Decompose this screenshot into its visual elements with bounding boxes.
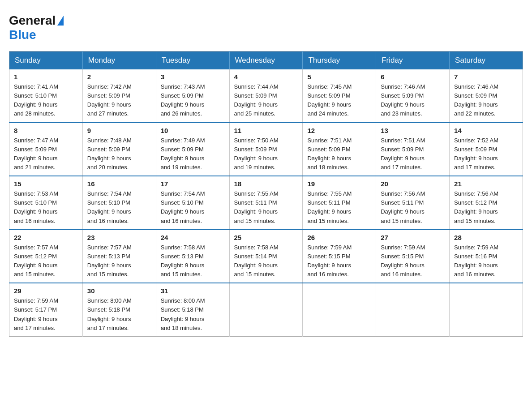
calendar-day-cell: [376, 283, 450, 336]
calendar-day-cell: [450, 283, 523, 336]
day-info: Sunrise: 7:56 AM Sunset: 5:12 PM Dayligh…: [454, 189, 518, 226]
day-number: 9: [87, 127, 151, 134]
calendar-week-row: 22 Sunrise: 7:57 AM Sunset: 5:12 PM Dayl…: [9, 230, 523, 283]
day-number: 22: [14, 234, 78, 241]
day-info: Sunrise: 7:59 AM Sunset: 5:16 PM Dayligh…: [454, 243, 518, 279]
day-number: 24: [161, 234, 225, 241]
day-info: Sunrise: 7:59 AM Sunset: 5:15 PM Dayligh…: [307, 243, 371, 279]
calendar-day-cell: 10 Sunrise: 7:49 AM Sunset: 5:09 PM Dayl…: [156, 123, 229, 176]
header: General Blue: [9, 9, 523, 42]
calendar-day-cell: 7 Sunrise: 7:46 AM Sunset: 5:09 PM Dayli…: [450, 69, 523, 123]
day-info: Sunrise: 7:58 AM Sunset: 5:13 PM Dayligh…: [161, 243, 225, 279]
day-number: 25: [234, 234, 298, 241]
day-number: 12: [307, 127, 371, 134]
day-info: Sunrise: 8:00 AM Sunset: 5:18 PM Dayligh…: [161, 296, 225, 333]
calendar-day-cell: 4 Sunrise: 7:44 AM Sunset: 5:09 PM Dayli…: [229, 69, 303, 123]
day-info: Sunrise: 7:55 AM Sunset: 5:11 PM Dayligh…: [234, 189, 298, 226]
day-info: Sunrise: 7:53 AM Sunset: 5:10 PM Dayligh…: [14, 189, 78, 226]
day-number: 23: [87, 234, 151, 241]
logo: General Blue: [9, 9, 64, 42]
weekday-header-monday: Monday: [82, 51, 156, 70]
calendar-day-cell: 23 Sunrise: 7:57 AM Sunset: 5:13 PM Dayl…: [82, 230, 156, 283]
day-info: Sunrise: 7:49 AM Sunset: 5:09 PM Dayligh…: [161, 136, 225, 172]
calendar-day-cell: 12 Sunrise: 7:51 AM Sunset: 5:09 PM Dayl…: [303, 123, 376, 176]
weekday-header-saturday: Saturday: [450, 51, 523, 70]
calendar-day-cell: 5 Sunrise: 7:45 AM Sunset: 5:09 PM Dayli…: [303, 69, 376, 123]
calendar-day-cell: 15 Sunrise: 7:53 AM Sunset: 5:10 PM Dayl…: [9, 176, 83, 230]
day-number: 10: [161, 127, 225, 134]
day-info: Sunrise: 7:46 AM Sunset: 5:09 PM Dayligh…: [381, 82, 445, 119]
calendar-day-cell: 20 Sunrise: 7:56 AM Sunset: 5:11 PM Dayl…: [376, 176, 450, 230]
calendar-day-cell: [303, 283, 376, 336]
logo-general-text: General: [9, 13, 56, 28]
calendar-day-cell: 14 Sunrise: 7:52 AM Sunset: 5:09 PM Dayl…: [450, 123, 523, 176]
calendar-day-cell: 22 Sunrise: 7:57 AM Sunset: 5:12 PM Dayl…: [9, 230, 83, 283]
calendar-day-cell: 24 Sunrise: 7:58 AM Sunset: 5:13 PM Dayl…: [156, 230, 229, 283]
day-info: Sunrise: 7:44 AM Sunset: 5:09 PM Dayligh…: [234, 82, 298, 119]
calendar-day-cell: 27 Sunrise: 7:59 AM Sunset: 5:15 PM Dayl…: [376, 230, 450, 283]
weekday-header-friday: Friday: [376, 51, 450, 70]
day-number: 6: [381, 73, 445, 81]
calendar-day-cell: 30 Sunrise: 8:00 AM Sunset: 5:18 PM Dayl…: [82, 283, 156, 336]
calendar-day-cell: 28 Sunrise: 7:59 AM Sunset: 5:16 PM Dayl…: [450, 230, 523, 283]
day-number: 5: [307, 73, 371, 81]
day-number: 11: [234, 127, 298, 134]
calendar-day-cell: 8 Sunrise: 7:47 AM Sunset: 5:09 PM Dayli…: [9, 123, 83, 176]
logo-triangle-icon: [57, 16, 64, 26]
calendar-day-cell: 16 Sunrise: 7:54 AM Sunset: 5:10 PM Dayl…: [82, 176, 156, 230]
day-info: Sunrise: 7:57 AM Sunset: 5:12 PM Dayligh…: [14, 243, 78, 279]
calendar-day-cell: 6 Sunrise: 7:46 AM Sunset: 5:09 PM Dayli…: [376, 69, 450, 123]
calendar-day-cell: 3 Sunrise: 7:43 AM Sunset: 5:09 PM Dayli…: [156, 69, 229, 123]
day-number: 21: [454, 180, 518, 188]
day-info: Sunrise: 7:56 AM Sunset: 5:11 PM Dayligh…: [381, 189, 445, 226]
day-number: 7: [454, 73, 518, 81]
day-info: Sunrise: 7:47 AM Sunset: 5:09 PM Dayligh…: [14, 136, 78, 172]
day-number: 26: [307, 234, 371, 241]
day-info: Sunrise: 7:57 AM Sunset: 5:13 PM Dayligh…: [87, 243, 151, 279]
day-info: Sunrise: 7:54 AM Sunset: 5:10 PM Dayligh…: [87, 189, 151, 226]
calendar-day-cell: 19 Sunrise: 7:55 AM Sunset: 5:11 PM Dayl…: [303, 176, 376, 230]
calendar-table: SundayMondayTuesdayWednesdayThursdayFrid…: [9, 51, 523, 337]
calendar-week-row: 1 Sunrise: 7:41 AM Sunset: 5:10 PM Dayli…: [9, 69, 523, 123]
day-info: Sunrise: 7:51 AM Sunset: 5:09 PM Dayligh…: [381, 136, 445, 172]
day-number: 29: [14, 287, 78, 295]
day-info: Sunrise: 7:59 AM Sunset: 5:17 PM Dayligh…: [14, 296, 78, 333]
calendar-day-cell: 25 Sunrise: 7:58 AM Sunset: 5:14 PM Dayl…: [229, 230, 303, 283]
day-info: Sunrise: 7:52 AM Sunset: 5:09 PM Dayligh…: [454, 136, 518, 172]
day-info: Sunrise: 7:59 AM Sunset: 5:15 PM Dayligh…: [381, 243, 445, 279]
calendar-day-cell: 29 Sunrise: 7:59 AM Sunset: 5:17 PM Dayl…: [9, 283, 83, 336]
day-number: 3: [161, 73, 225, 81]
calendar-day-cell: 9 Sunrise: 7:48 AM Sunset: 5:09 PM Dayli…: [82, 123, 156, 176]
calendar-week-row: 15 Sunrise: 7:53 AM Sunset: 5:10 PM Dayl…: [9, 176, 523, 230]
day-number: 8: [14, 127, 78, 134]
logo-general: General: [9, 13, 64, 28]
day-info: Sunrise: 7:48 AM Sunset: 5:09 PM Dayligh…: [87, 136, 151, 172]
day-info: Sunrise: 7:54 AM Sunset: 5:10 PM Dayligh…: [161, 189, 225, 226]
day-number: 28: [454, 234, 518, 241]
day-number: 30: [87, 287, 151, 295]
day-number: 17: [161, 180, 225, 188]
day-number: 2: [87, 73, 151, 81]
calendar-day-cell: 2 Sunrise: 7:42 AM Sunset: 5:09 PM Dayli…: [82, 69, 156, 123]
day-info: Sunrise: 7:58 AM Sunset: 5:14 PM Dayligh…: [234, 243, 298, 279]
day-info: Sunrise: 7:55 AM Sunset: 5:11 PM Dayligh…: [307, 189, 371, 226]
day-number: 16: [87, 180, 151, 188]
day-info: Sunrise: 7:43 AM Sunset: 5:09 PM Dayligh…: [161, 82, 225, 119]
weekday-header-tuesday: Tuesday: [156, 51, 229, 70]
calendar-day-cell: 13 Sunrise: 7:51 AM Sunset: 5:09 PM Dayl…: [376, 123, 450, 176]
calendar-day-cell: 18 Sunrise: 7:55 AM Sunset: 5:11 PM Dayl…: [229, 176, 303, 230]
day-info: Sunrise: 7:50 AM Sunset: 5:09 PM Dayligh…: [234, 136, 298, 172]
day-number: 1: [14, 73, 78, 81]
calendar-day-cell: 26 Sunrise: 7:59 AM Sunset: 5:15 PM Dayl…: [303, 230, 376, 283]
weekday-header-sunday: Sunday: [9, 51, 83, 70]
calendar-day-cell: 1 Sunrise: 7:41 AM Sunset: 5:10 PM Dayli…: [9, 69, 83, 123]
calendar-day-cell: 11 Sunrise: 7:50 AM Sunset: 5:09 PM Dayl…: [229, 123, 303, 176]
weekday-header-row: SundayMondayTuesdayWednesdayThursdayFrid…: [9, 51, 523, 70]
day-info: Sunrise: 7:45 AM Sunset: 5:09 PM Dayligh…: [307, 82, 371, 119]
weekday-header-wednesday: Wednesday: [229, 51, 303, 70]
day-info: Sunrise: 7:42 AM Sunset: 5:09 PM Dayligh…: [87, 82, 151, 119]
calendar-day-cell: [229, 283, 303, 336]
day-number: 13: [381, 127, 445, 134]
day-number: 20: [381, 180, 445, 188]
calendar-week-row: 8 Sunrise: 7:47 AM Sunset: 5:09 PM Dayli…: [9, 123, 523, 176]
